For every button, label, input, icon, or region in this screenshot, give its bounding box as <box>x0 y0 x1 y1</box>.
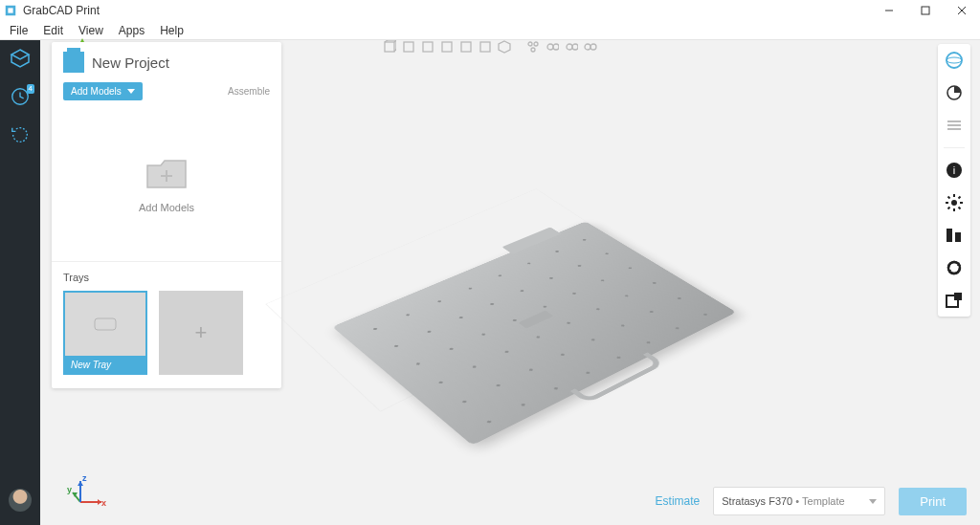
menu-view[interactable]: View <box>71 22 111 39</box>
view-left-icon[interactable] <box>419 38 436 55</box>
align-icon[interactable] <box>944 225 965 246</box>
tray-thumb-icon <box>94 317 117 331</box>
svg-point-27 <box>572 44 578 50</box>
add-models-button[interactable]: Add Models <box>63 82 143 100</box>
menu-apps[interactable]: Apps <box>111 22 152 39</box>
maximize-button[interactable] <box>907 0 944 21</box>
chevron-down-icon <box>127 89 135 94</box>
plate-handle <box>570 352 665 404</box>
close-button[interactable] <box>944 0 980 21</box>
menu-edit[interactable]: Edit <box>35 22 71 39</box>
svg-rect-19 <box>480 42 490 52</box>
view-globe-icon[interactable] <box>944 50 965 71</box>
svg-point-23 <box>531 48 535 52</box>
view-toolbar <box>375 34 605 59</box>
queue-badge: 4 <box>27 84 34 94</box>
app-icon <box>4 4 17 17</box>
workspace: 4 New Project Add Models Assemble Add Mo… <box>0 40 980 525</box>
axis-z: z <box>82 473 87 483</box>
svg-line-46 <box>959 197 961 199</box>
plate-slot <box>518 311 553 329</box>
add-models-label: Add Models <box>71 86 122 97</box>
svg-line-43 <box>948 197 950 199</box>
view-iso-icon[interactable] <box>496 38 513 55</box>
plus-icon: + <box>195 320 208 345</box>
svg-marker-4 <box>11 50 29 59</box>
axis-x: x <box>101 498 106 508</box>
view-front-icon[interactable] <box>381 38 398 55</box>
printer-select[interactable]: Stratasys F370 • Template <box>713 487 885 515</box>
view-clip-icon[interactable] <box>944 82 965 103</box>
svg-line-44 <box>959 208 961 209</box>
svg-rect-1 <box>922 7 929 14</box>
printer-mode: Template <box>802 495 845 507</box>
svg-rect-48 <box>955 232 961 242</box>
chevron-down-icon <box>869 499 877 504</box>
project-icon[interactable] <box>8 46 33 71</box>
duplicate-icon[interactable] <box>582 38 599 55</box>
drop-label: Add Models <box>139 202 194 213</box>
axis-y: y <box>67 485 72 494</box>
svg-line-45 <box>948 208 950 209</box>
info-icon[interactable]: i <box>944 160 965 181</box>
menu-help[interactable]: Help <box>152 22 191 39</box>
svg-marker-20 <box>499 41 510 53</box>
view-bottom-icon[interactable] <box>477 38 494 55</box>
right-tool-rail: i <box>938 44 970 317</box>
folder-plus-icon <box>145 156 189 192</box>
svg-point-28 <box>585 44 590 50</box>
svg-rect-18 <box>461 42 471 52</box>
tray-item-active[interactable]: New Tray <box>63 291 147 375</box>
window-title: GrabCAD Print <box>23 4 100 17</box>
svg-rect-8 <box>95 318 116 330</box>
printer-name: Stratasys F370 <box>722 495 792 507</box>
auto-arrange-icon[interactable] <box>524 38 542 55</box>
models-drop-area[interactable]: Add Models <box>52 108 281 261</box>
menu-file[interactable]: File <box>2 22 35 39</box>
svg-point-30 <box>947 53 962 68</box>
viewport[interactable] <box>278 78 923 458</box>
tray-caption: New Tray <box>65 356 145 373</box>
estimate-link[interactable]: Estimate <box>656 494 701 508</box>
project-folder-icon <box>63 52 84 73</box>
svg-rect-52 <box>954 293 962 300</box>
svg-point-24 <box>547 44 553 50</box>
svg-point-25 <box>553 44 559 50</box>
view-right-icon[interactable] <box>438 38 456 55</box>
view-layers-icon[interactable] <box>944 115 965 136</box>
svg-point-29 <box>590 44 596 50</box>
svg-point-38 <box>951 200 957 206</box>
svg-point-26 <box>567 44 572 50</box>
svg-point-21 <box>528 42 532 46</box>
svg-rect-16 <box>423 42 433 52</box>
history-icon[interactable] <box>8 122 33 147</box>
left-rail: 4 <box>0 40 40 525</box>
mirror-v-icon[interactable] <box>563 38 580 55</box>
assemble-link[interactable]: Assemble <box>228 86 270 97</box>
screenshot-icon[interactable] <box>944 290 965 311</box>
trays-section: Trays New Tray + <box>52 261 281 388</box>
settings-icon[interactable] <box>944 192 965 213</box>
view-top-icon[interactable] <box>457 38 475 55</box>
trays-label: Trays <box>63 272 270 283</box>
project-panel: New Project Add Models Assemble Add Mode… <box>52 42 281 388</box>
svg-rect-9 <box>385 42 394 52</box>
user-avatar[interactable] <box>9 489 32 512</box>
view-back-icon[interactable] <box>400 38 417 55</box>
add-tray-button[interactable]: + <box>159 291 243 375</box>
svg-text:i: i <box>953 164 955 176</box>
print-button[interactable]: Print <box>899 488 967 515</box>
refresh-icon[interactable] <box>944 257 965 278</box>
mirror-h-icon[interactable] <box>544 38 561 55</box>
footer-bar: Estimate Stratasys F370 • Template Print <box>656 487 967 515</box>
svg-rect-17 <box>442 42 452 52</box>
title-bar: GrabCAD Print <box>0 0 980 21</box>
queue-icon[interactable]: 4 <box>8 84 33 109</box>
project-title: New Project <box>92 55 169 71</box>
minimize-button[interactable] <box>871 0 907 21</box>
axis-gizmo[interactable]: x y z <box>69 475 107 514</box>
svg-point-31 <box>947 57 962 63</box>
svg-rect-47 <box>947 229 952 242</box>
svg-point-22 <box>534 42 538 46</box>
svg-rect-15 <box>404 42 413 52</box>
